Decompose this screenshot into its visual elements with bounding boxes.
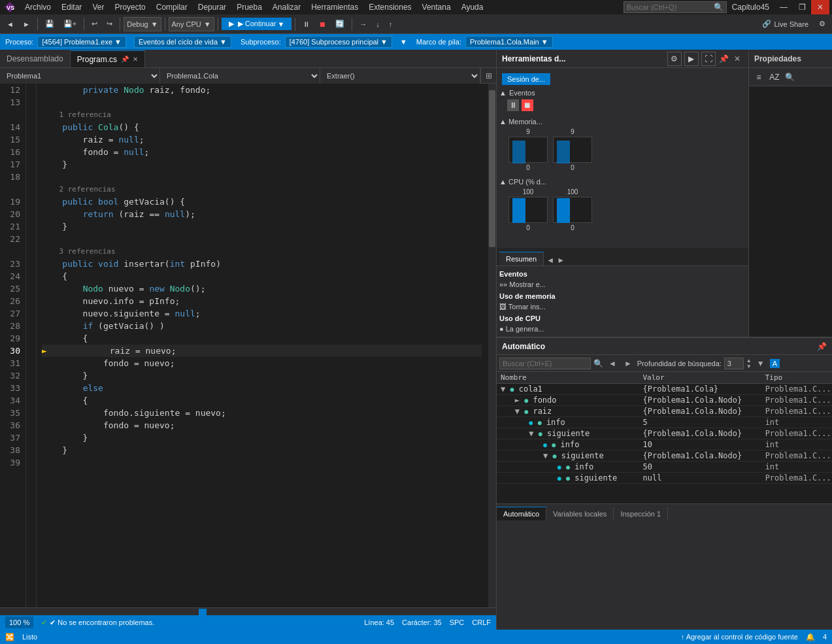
auto-pin-btn[interactable]: 📌 <box>816 341 827 352</box>
table-row: ● ● info 5 int <box>497 417 832 428</box>
h-scrollbar-thumb[interactable] <box>199 609 207 615</box>
herr-settings-btn[interactable]: ⚙ <box>667 52 682 66</box>
continue-button[interactable]: ▶ ▶ Continuar ▼ <box>222 18 292 30</box>
scrollbar-thumb[interactable] <box>489 90 495 247</box>
herr-export-btn[interactable]: ▶ <box>684 52 699 66</box>
menu-ver[interactable]: Ver <box>87 0 109 14</box>
fold-gutter <box>26 84 37 607</box>
main-search-input[interactable] <box>627 3 712 11</box>
toolbar-settings[interactable]: ⚙ <box>815 18 829 30</box>
toolbar-redo[interactable]: ↪ <box>103 18 116 30</box>
auto-tabs: Automático Variables locales Inspección … <box>497 503 832 520</box>
minimize-button[interactable]: — <box>774 0 793 14</box>
code-editor[interactable]: 1213141516171819202122232425262728293031… <box>0 84 496 607</box>
toolbar-pause[interactable]: ⏸ <box>299 18 314 30</box>
menu-ayuda[interactable]: Ayuda <box>456 0 489 14</box>
herr-pin-btn[interactable]: 📌 <box>718 53 730 65</box>
eventos-section-title[interactable]: ▲ Eventos <box>499 88 746 98</box>
genera-btn[interactable]: ● La genera... <box>499 324 746 334</box>
eventos-stop-btn[interactable]: ⏹ <box>522 99 533 111</box>
cpu-dropdown[interactable]: Any CPU ▼ <box>169 17 214 31</box>
menu-ventana[interactable]: Ventana <box>417 0 456 14</box>
auto-close-btn[interactable]: ✕ <box>829 341 832 352</box>
toolbar-save-all[interactable]: 💾+ <box>59 18 80 30</box>
status-bar: 100 % ✔ ✔ No se encontraron problemas. L… <box>0 615 496 630</box>
toolbar-step-over[interactable]: → <box>356 18 371 30</box>
menu-herramientas[interactable]: Herramientas <box>306 0 363 14</box>
toolbar-forward[interactable]: ► <box>19 18 34 30</box>
herr-prev-btn[interactable]: ◄ <box>545 255 556 265</box>
tab-variables-locales[interactable]: Variables locales <box>546 507 614 520</box>
cpu-bar-1 <box>508 197 548 223</box>
eventos-dropdown[interactable]: Eventos del ciclo de vida ▼ <box>134 36 231 48</box>
toolbar-stop[interactable]: ⏹ <box>315 18 330 30</box>
herr-fullscreen-btn[interactable]: ⛶ <box>701 52 716 66</box>
toolbar-step-out[interactable]: ↑ <box>385 18 397 30</box>
menu-extensiones[interactable]: Extensiones <box>363 0 416 14</box>
cpu-section: ▲ CPU (% d... 100 0 100 <box>499 177 746 233</box>
menu-bar: VS Archivo Editar Ver Proyecto Compilar … <box>0 0 832 14</box>
mostrar-eventos-btn[interactable]: »» Mostrar e... <box>499 279 746 290</box>
menu-depurar[interactable]: Depurar <box>193 0 231 14</box>
memoria-title[interactable]: ▲ Memoria... <box>499 116 746 127</box>
liveshare-button[interactable]: 🔗 Live Share <box>757 18 814 29</box>
proceso-dropdown[interactable]: [4564] Problema1.exe ▼ <box>37 36 126 48</box>
listo-bar: 🔀 Listo ↑ Agregar al control de código f… <box>0 630 832 644</box>
tab-inspeccion-1[interactable]: Inspección 1 <box>614 507 668 520</box>
eventos-pause-btn[interactable]: ⏸ <box>507 99 519 111</box>
cpu-title[interactable]: ▲ CPU (% d... <box>499 177 746 187</box>
toolbar-save[interactable]: 💾 <box>41 18 58 30</box>
tab-automatico[interactable]: Automático <box>497 507 546 520</box>
maximize-button[interactable]: ❐ <box>793 0 811 14</box>
source-control-label[interactable]: ↑ Agregar al control de código fuente <box>681 633 798 641</box>
marco-dropdown[interactable]: Problema1.Cola.Main ▼ <box>465 36 553 48</box>
vertical-scrollbar[interactable] <box>488 84 496 607</box>
eventos-resumen-title: Eventos <box>499 269 746 279</box>
method-dropdown[interactable]: Extraer() <box>320 68 480 84</box>
toolbar-back[interactable]: ◄ <box>3 18 18 30</box>
depth-input[interactable] <box>724 358 744 369</box>
menu-compilar[interactable]: Compilar <box>151 0 193 14</box>
spc-info: SPC <box>450 619 465 626</box>
herr-next-btn[interactable]: ► <box>556 255 566 265</box>
prop-search-btn[interactable]: 🔍 <box>783 70 797 84</box>
menu-analizar[interactable]: Analizar <box>267 0 306 14</box>
menu-archivo[interactable]: Archivo <box>20 0 56 14</box>
depth-spinner[interactable]: ▲ ▼ <box>746 358 752 369</box>
debug-mode-dropdown[interactable]: Debug ▼ <box>124 17 161 31</box>
split-editor-button[interactable]: ⊞ <box>480 68 496 84</box>
filter-icon: ▼ <box>400 38 407 46</box>
toolbar-undo[interactable]: ↩ <box>88 18 101 30</box>
tab-desensamblado[interactable]: Desensamblado <box>0 50 71 67</box>
code-content[interactable]: private Nodo raiz, fondo; 1 referencia p… <box>37 84 487 607</box>
toolbar-sep-4 <box>165 18 165 31</box>
back-btn[interactable]: ◄ <box>606 359 619 368</box>
namespace-dropdown[interactable]: Problema1.Cola <box>160 68 320 84</box>
session-button[interactable]: Sesión de... <box>502 73 550 85</box>
search-btn-icon[interactable]: 🔍 <box>593 359 603 368</box>
bottom-panels: Automático 📌 ✕ 🔍 ◄ ► Profundidad de búsq… <box>497 337 832 520</box>
herr-close-btn[interactable]: ✕ <box>731 53 743 65</box>
filter-btn[interactable]: ▼ <box>754 359 767 368</box>
format-btn[interactable]: A <box>770 359 780 368</box>
menu-prueba[interactable]: Prueba <box>231 0 267 14</box>
main-search-box[interactable]: 🔍 <box>624 1 727 13</box>
close-button[interactable]: ✕ <box>811 0 829 14</box>
menu-editar[interactable]: Editar <box>56 0 87 14</box>
mem-bar-1 <box>508 137 548 163</box>
prop-alpha-btn[interactable]: AZ <box>767 70 782 84</box>
toolbar-step-in[interactable]: ↓ <box>372 18 384 30</box>
menu-proyecto[interactable]: Proyecto <box>109 0 150 14</box>
prop-category-btn[interactable]: ≡ <box>752 70 766 84</box>
tab-program-cs[interactable]: Program.cs 📌 ✕ <box>71 50 145 67</box>
tab-close-icon[interactable]: ✕ <box>133 56 138 63</box>
zoom-level[interactable]: 100 % <box>5 617 33 628</box>
subproceso-dropdown[interactable]: [4760] Subproceso principal ▼ <box>285 36 392 48</box>
notification-icon[interactable]: 🔔 <box>806 633 815 641</box>
fwd-btn[interactable]: ► <box>622 359 635 368</box>
toolbar-restart[interactable]: 🔄 <box>331 18 348 30</box>
auto-search-input[interactable] <box>499 358 591 369</box>
tomar-ins-btn[interactable]: 🖼 Tomar ins... <box>499 301 746 312</box>
class-dropdown[interactable]: Problema1 <box>0 68 160 84</box>
resumen-tab[interactable]: Resumen <box>499 252 544 265</box>
